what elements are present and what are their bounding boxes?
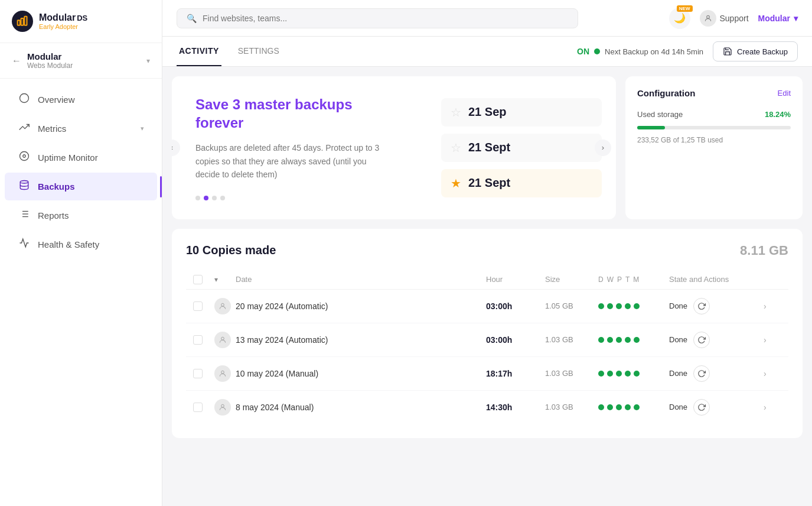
dot-p-1 xyxy=(616,303,622,309)
sidebar-item-uptime[interactable]: Uptime Monitor xyxy=(5,144,157,171)
select-all-checkbox[interactable] xyxy=(193,275,203,284)
metrics-icon xyxy=(18,122,31,135)
content-area: ACTIVITY SETTINGS ON Next Backup on 4d 1… xyxy=(162,37,812,506)
backup-item-2: ☆ 21 Sept xyxy=(441,134,602,162)
storage-description: 233,52 GB of 1,25 TB used xyxy=(637,136,723,144)
sidebar-item-metrics[interactable]: Metrics ▾ xyxy=(5,115,157,142)
row-avatar-2 xyxy=(214,332,231,348)
row-date-4: 8 may 2024 (Manual) xyxy=(236,403,486,412)
svg-point-6 xyxy=(20,181,28,184)
svg-point-15 xyxy=(221,337,224,340)
row-checkbox-2[interactable] xyxy=(193,335,203,345)
sidebar-item-backups[interactable]: Backups xyxy=(5,173,157,200)
row-checkbox-4[interactable] xyxy=(193,403,203,412)
star-empty-icon-1[interactable]: ☆ xyxy=(451,105,461,119)
overview-icon xyxy=(18,93,31,106)
dot-w-3 xyxy=(607,371,613,377)
topbar-actions: 🌙 NEW Support Modular ▾ xyxy=(669,8,798,29)
table-header: ▾ Date Hour Size D W P T M State and Act… xyxy=(186,270,788,290)
search-bar[interactable]: 🔍 xyxy=(177,8,578,28)
svg-point-5 xyxy=(23,155,26,158)
m-header: M xyxy=(633,275,639,284)
tab-settings[interactable]: SETTINGS xyxy=(236,37,282,66)
dot-d-1 xyxy=(598,303,604,309)
row-hour-3: 18:17h xyxy=(486,369,545,378)
health-label: Health & Safety xyxy=(38,239,99,249)
logo-icon xyxy=(12,11,33,32)
svg-point-14 xyxy=(221,303,224,306)
row-expand-2[interactable]: › xyxy=(764,335,781,345)
backup-date-1: 21 Sep xyxy=(468,105,506,119)
dot-d-4 xyxy=(598,404,604,410)
dot-m-2 xyxy=(634,337,640,343)
metrics-label: Metrics xyxy=(38,124,66,134)
restore-button-3[interactable] xyxy=(693,365,710,382)
dot-3[interactable] xyxy=(212,196,217,200)
dot-w-4 xyxy=(607,404,613,410)
dot-4[interactable] xyxy=(220,196,225,200)
create-backup-button[interactable]: Create Backup xyxy=(713,41,798,61)
status-on-label: ON xyxy=(577,47,589,56)
row-date-3: 10 may 2024 (Manual) xyxy=(236,369,486,378)
theme-toggle-button[interactable]: 🌙 NEW xyxy=(669,8,690,29)
row-dots-1 xyxy=(598,303,669,309)
row-size-4: 1.03 GB xyxy=(545,403,598,411)
dot-1[interactable] xyxy=(195,196,200,200)
sidebar-item-overview[interactable]: Overview xyxy=(5,86,157,113)
tab-activity[interactable]: ACTIVITY xyxy=(177,37,221,66)
backups-label: Backups xyxy=(38,181,75,192)
dot-2[interactable] xyxy=(204,196,208,200)
dot-d-3 xyxy=(598,371,604,377)
row-expand-3[interactable]: › xyxy=(764,369,781,378)
main-content: 🔍 🌙 NEW Support Modular ▾ xyxy=(162,0,812,506)
star-filled-icon-3[interactable]: ★ xyxy=(451,176,461,190)
tabs: ACTIVITY SETTINGS xyxy=(177,37,296,66)
storage-bar-fill xyxy=(637,126,665,129)
row-avatar-3 xyxy=(214,365,231,382)
row-size-1: 1.05 GB xyxy=(545,301,598,310)
row-expand-4[interactable]: › xyxy=(764,403,781,412)
restore-button-4[interactable] xyxy=(693,399,710,416)
page-header: ACTIVITY SETTINGS ON Next Backup on 4d 1… xyxy=(162,37,812,67)
row-avatar-1 xyxy=(214,298,231,314)
promo-title: Save 3 master backups forever xyxy=(195,95,403,132)
config-header: Configuration Edit xyxy=(637,88,791,98)
star-empty-icon-2[interactable]: ☆ xyxy=(451,141,461,155)
row-dots-2 xyxy=(598,337,669,343)
promo-description: Backups are deleted after 45 days. Prote… xyxy=(195,141,384,181)
config-panel: Configuration Edit Used storage 18.24% 2… xyxy=(625,76,803,219)
brand-suffix: DS xyxy=(77,14,87,22)
back-arrow-icon: ← xyxy=(12,56,21,66)
dot-m-4 xyxy=(634,404,640,410)
health-icon xyxy=(18,238,31,251)
sidebar-item-health[interactable]: Health & Safety xyxy=(5,231,157,258)
sort-icon[interactable]: ▾ xyxy=(214,275,236,284)
dot-p-3 xyxy=(616,371,622,377)
storage-bar xyxy=(637,126,791,129)
sidebar-item-reports[interactable]: Reports xyxy=(5,202,157,229)
row-checkbox-3[interactable] xyxy=(193,369,203,378)
support-button[interactable]: Support xyxy=(700,10,749,27)
restore-button-1[interactable] xyxy=(693,298,710,314)
edit-config-button[interactable]: Edit xyxy=(778,89,791,98)
row-hour-2: 03:00h xyxy=(486,335,545,345)
user-menu-button[interactable]: Modular ▾ xyxy=(758,14,798,23)
dot-t-2 xyxy=(625,337,631,343)
dot-t-3 xyxy=(625,371,631,377)
restore-button-2[interactable] xyxy=(693,332,710,348)
workspace-sub: Webs Modular xyxy=(27,61,141,70)
done-label-1: Done xyxy=(669,301,687,310)
row-date-1: 20 may 2024 (Automatic) xyxy=(236,301,486,311)
metrics-chevron-icon: ▾ xyxy=(141,125,144,132)
row-checkbox-1[interactable] xyxy=(193,301,203,311)
workspace-selector[interactable]: ← Modular Webs Modular ▾ xyxy=(0,43,162,79)
dot-m-3 xyxy=(634,371,640,377)
row-state-2: Done xyxy=(669,332,764,348)
row-size-2: 1.03 GB xyxy=(545,335,598,344)
search-input[interactable] xyxy=(203,14,568,23)
date-header: Date xyxy=(236,275,486,284)
carousel-next-button[interactable]: › xyxy=(595,140,611,156)
dot-d-2 xyxy=(598,337,604,343)
row-state-4: Done xyxy=(669,399,764,416)
row-expand-1[interactable]: › xyxy=(764,301,781,311)
